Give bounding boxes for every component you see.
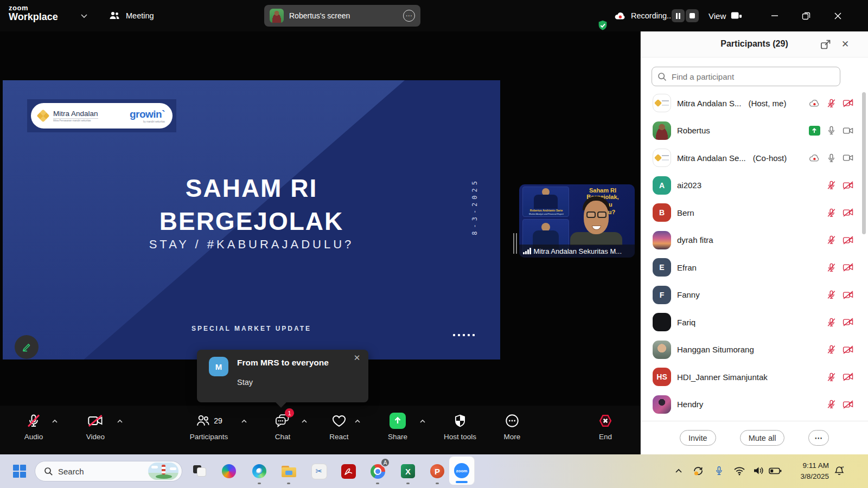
- audio-options-chevron[interactable]: [51, 419, 59, 424]
- tray-wifi-icon[interactable]: [731, 463, 748, 479]
- video-button[interactable]: Video: [73, 412, 118, 441]
- end-button[interactable]: End: [583, 412, 628, 441]
- camera-off-icon[interactable]: [842, 316, 854, 328]
- camera-off-icon[interactable]: [842, 289, 854, 301]
- panel-more-button[interactable]: ⋯: [808, 430, 829, 446]
- taskbar-search[interactable]: Search: [35, 461, 182, 481]
- pause-recording-button[interactable]: [672, 9, 685, 22]
- audio-label: Audio: [11, 433, 56, 441]
- participant-row[interactable]: Hendry: [641, 391, 868, 419]
- camera-off-icon[interactable]: [842, 207, 854, 219]
- window-close-button[interactable]: [825, 0, 850, 31]
- camera-off-icon[interactable]: [842, 371, 854, 383]
- edge-browser-icon[interactable]: [251, 463, 268, 480]
- chrome-icon[interactable]: A: [369, 463, 386, 480]
- powerpoint-icon[interactable]: P: [429, 463, 446, 480]
- camera-off-icon[interactable]: [842, 344, 854, 356]
- mic-muted-icon[interactable]: [825, 97, 837, 109]
- react-options-chevron[interactable]: [354, 419, 361, 424]
- share-button[interactable]: Share: [375, 412, 420, 441]
- window-restore-button[interactable]: [794, 0, 819, 31]
- mic-muted-icon[interactable]: [825, 399, 837, 410]
- cloud-recording-icon: [808, 97, 820, 109]
- tray-clock[interactable]: 9:11 AM 3/8/2025: [786, 460, 829, 481]
- panel-popout-icon[interactable]: [819, 38, 832, 51]
- participants-panel-title: Participants (29): [641, 39, 868, 49]
- chat-options-chevron[interactable]: [301, 419, 308, 424]
- file-explorer-icon[interactable]: [280, 463, 297, 480]
- search-highlight-image[interactable]: [148, 463, 178, 480]
- chat-button[interactable]: 1 Chat: [260, 412, 305, 441]
- thumbnail-drag-handle[interactable]: [513, 233, 518, 254]
- mic-muted-icon[interactable]: [825, 234, 837, 246]
- acrobat-icon[interactable]: [340, 463, 357, 480]
- stop-recording-button[interactable]: [686, 9, 699, 22]
- snipping-tool-icon[interactable]: ✂: [310, 463, 328, 480]
- mic-muted-icon[interactable]: [825, 371, 837, 383]
- participant-row[interactable]: E Efran: [641, 254, 868, 281]
- mic-on-icon[interactable]: [825, 152, 837, 164]
- task-view-button[interactable]: [191, 463, 208, 480]
- copilot-icon[interactable]: [220, 463, 238, 480]
- camera-on-icon[interactable]: [842, 152, 854, 164]
- participant-row[interactable]: F Fanny: [641, 281, 868, 309]
- mic-muted-icon[interactable]: [825, 316, 837, 328]
- react-button[interactable]: React: [316, 412, 362, 441]
- participant-row[interactable]: Robertus: [641, 117, 868, 145]
- zoom-app-icon-active[interactable]: zoom: [449, 457, 474, 485]
- panel-close-icon[interactable]: ✕: [839, 37, 852, 50]
- audio-button[interactable]: Audio: [11, 412, 56, 441]
- workspace-chevron-down-icon[interactable]: [80, 13, 88, 18]
- annotate-button[interactable]: [15, 335, 39, 359]
- tray-mic-icon[interactable]: [711, 463, 727, 479]
- invite-button[interactable]: Invite: [680, 430, 716, 446]
- mic-on-icon[interactable]: [825, 125, 837, 137]
- camera-off-icon[interactable]: [842, 97, 854, 109]
- participant-row[interactable]: Hanggan Situmorang: [641, 336, 868, 364]
- mic-muted-icon[interactable]: [825, 261, 837, 273]
- more-button[interactable]: More: [489, 412, 535, 441]
- excel-icon[interactable]: X: [399, 463, 417, 480]
- mic-muted-icon[interactable]: [825, 179, 837, 191]
- chat-popup-close-icon[interactable]: ✕: [351, 352, 363, 364]
- tray-sync-icon[interactable]: [690, 463, 706, 479]
- participant-name: Fanny: [677, 290, 700, 299]
- camera-off-icon[interactable]: [842, 261, 854, 273]
- camera-off-icon[interactable]: [842, 179, 854, 191]
- participant-row[interactable]: dyrah fitra: [641, 227, 868, 254]
- participants-button[interactable]: 29 Participants: [186, 412, 232, 441]
- tray-battery-icon[interactable]: [767, 463, 783, 479]
- screen-tab-more-icon[interactable]: ⋯: [403, 10, 415, 22]
- view-button[interactable]: View: [709, 0, 742, 31]
- participant-row[interactable]: Mitra Andalan S... (Host, me): [641, 89, 868, 117]
- chat-notification-popup[interactable]: M From MRS to everyone Stay ✕: [197, 350, 368, 402]
- video-options-chevron[interactable]: [116, 419, 124, 424]
- zoom-workplace-brand[interactable]: zoom Workplace: [9, 4, 58, 22]
- participant-row[interactable]: Fariq: [641, 309, 868, 336]
- participant-row[interactable]: B Bern: [641, 199, 868, 227]
- mic-muted-icon[interactable]: [825, 344, 837, 356]
- tray-notification-bell-icon[interactable]: zz: [831, 463, 847, 479]
- share-options-chevron[interactable]: [419, 419, 426, 424]
- window-minimize-button[interactable]: [762, 0, 787, 31]
- host-tools-button[interactable]: Host tools: [435, 412, 485, 441]
- start-button[interactable]: [11, 463, 28, 480]
- windows-logo-icon: [13, 465, 26, 478]
- tray-volume-icon[interactable]: [750, 463, 767, 479]
- video-thumbnail[interactable]: Robertus Andrianto Sarie Market Analyst …: [519, 184, 635, 258]
- mic-muted-icon[interactable]: [825, 289, 837, 301]
- participant-row[interactable]: HS HDI_Janner Simanjuntak: [641, 363, 868, 391]
- camera-on-icon[interactable]: [842, 125, 854, 137]
- participant-row[interactable]: A ai2023: [641, 172, 868, 200]
- mic-muted-icon[interactable]: [825, 207, 837, 219]
- tray-show-hidden-icons[interactable]: [671, 463, 687, 479]
- tab-meeting[interactable]: Meeting: [108, 8, 154, 24]
- participants-options-chevron[interactable]: [240, 419, 248, 424]
- participant-search-input[interactable]: [671, 72, 834, 82]
- participant-row[interactable]: Mitra Andalan Se... (Co-host): [641, 144, 868, 172]
- camera-off-icon[interactable]: [842, 234, 854, 246]
- panel-scrollbar[interactable]: [862, 92, 866, 234]
- camera-off-icon[interactable]: [842, 399, 854, 410]
- tab-shared-screen[interactable]: Robertus's screen ⋯: [264, 5, 420, 27]
- mute-all-button[interactable]: Mute all: [740, 430, 785, 446]
